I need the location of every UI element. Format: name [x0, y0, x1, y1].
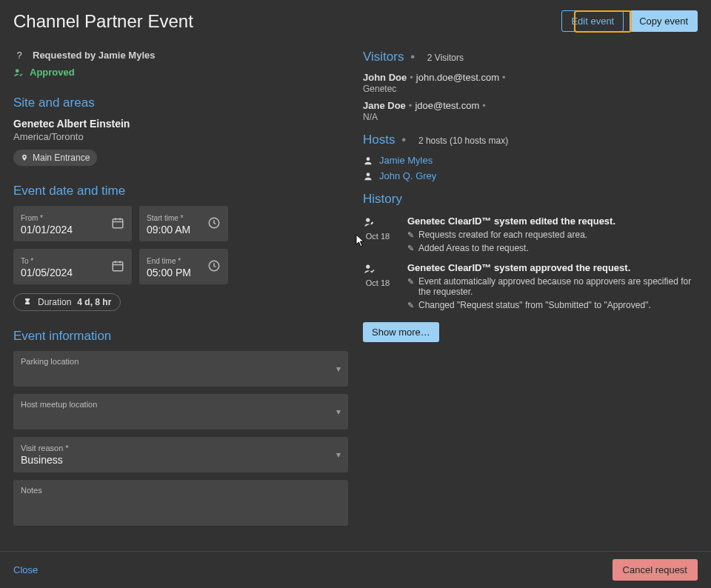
history-title: Genetec ClearID™ system edited the reque…: [407, 216, 698, 227]
edit-event-button[interactable]: Edit event: [561, 10, 624, 32]
history-item: Oct 18 Genetec ClearID™ system edited th…: [363, 216, 698, 253]
svg-point-0: [16, 69, 19, 73]
hourglass-icon: [23, 297, 32, 307]
visitor-row: Jane Doe•jdoe@test.com• N/A: [363, 100, 698, 122]
notes-textarea[interactable]: Notes: [13, 480, 348, 526]
from-value: 01/01/2024: [21, 224, 73, 235]
start-time-field[interactable]: Start time * 09:00 AM: [139, 206, 228, 241]
chevron-down-icon: ▾: [336, 450, 341, 460]
host-meetup-label: Host meetup location: [21, 400, 97, 409]
visitors-heading: Visitors • 2 Visitors: [363, 50, 698, 64]
duration-value: 4 d, 8 hr: [77, 297, 111, 307]
site-name: Genetec Albert Einstein: [13, 118, 348, 130]
parking-location-select[interactable]: Parking location ▾: [13, 351, 348, 387]
visit-reason-label: Visit reason *: [21, 444, 69, 452]
user-approve-icon: [363, 262, 393, 275]
svg-rect-1: [113, 219, 123, 228]
area-chip: Main Entrance: [13, 150, 97, 166]
visitor-row: John Doe•john.doe@test.com• Genetec: [363, 72, 698, 94]
host-meetup-select[interactable]: Host meetup location ▾: [13, 394, 348, 430]
history-date: Oct 18: [366, 232, 390, 241]
copy-event-button[interactable]: Copy event: [630, 10, 698, 32]
location-pin-icon: [21, 153, 28, 162]
chevron-down-icon: ▾: [336, 364, 341, 374]
visit-reason-select[interactable]: Visit reason * Business ▾: [13, 437, 348, 472]
svg-point-12: [367, 173, 370, 176]
datetime-heading: Event date and time: [13, 184, 348, 198]
to-label: To *: [21, 257, 73, 265]
host-row: John Q. Grey: [363, 170, 698, 181]
hosts-heading: Hosts • 2 hosts (10 hosts max): [363, 133, 698, 147]
duration-label: Duration: [38, 297, 71, 307]
show-more-button[interactable]: Show more…: [363, 322, 439, 342]
end-value: 05:00 PM: [147, 267, 191, 278]
user-icon: [363, 171, 373, 181]
host-link[interactable]: Jamie Myles: [379, 155, 433, 166]
site-timezone: America/Toronto: [13, 131, 348, 142]
pencil-icon: ✎: [407, 244, 414, 253]
pencil-icon: ✎: [407, 301, 414, 310]
from-label: From *: [21, 214, 73, 222]
from-date-field[interactable]: From * 01/01/2024: [13, 206, 132, 241]
history-date: Oct 18: [366, 278, 390, 287]
history-item: Oct 18 Genetec ClearID™ system approved …: [363, 262, 698, 310]
question-icon: ?: [13, 50, 25, 61]
calendar-icon: [111, 259, 124, 273]
clock-icon: [207, 259, 221, 273]
event-info-heading: Event information: [13, 329, 348, 344]
site-heading: Site and areas: [13, 96, 348, 110]
start-value: 09:00 AM: [147, 224, 190, 235]
visit-reason-value: Business: [21, 454, 69, 466]
user-edit-icon: [363, 216, 393, 229]
history-title: Genetec ClearID™ system approved the req…: [407, 262, 698, 273]
user-icon: [363, 156, 373, 166]
svg-point-13: [366, 218, 370, 221]
calendar-icon: [111, 216, 124, 230]
area-chip-label: Main Entrance: [33, 153, 90, 163]
svg-rect-6: [113, 262, 123, 271]
end-time-field[interactable]: End time * 05:00 PM: [139, 249, 228, 284]
close-button[interactable]: Close: [13, 564, 38, 575]
status-badge: Approved: [30, 67, 75, 78]
hosts-count: 2 hosts (10 hosts max): [418, 136, 508, 146]
pencil-icon: ✎: [407, 230, 414, 240]
visitors-count: 2 Visitors: [427, 53, 464, 63]
history-heading: History: [363, 192, 698, 207]
cancel-request-button[interactable]: Cancel request: [612, 559, 698, 581]
clock-icon: [207, 216, 221, 230]
duration-chip: Duration 4 d, 8 hr: [13, 293, 121, 311]
end-label: End time *: [147, 257, 191, 265]
requested-by-label: Requested by Jamie Myles: [33, 50, 155, 61]
chevron-down-icon: ▾: [336, 407, 341, 417]
svg-point-11: [367, 157, 370, 161]
start-label: Start time *: [147, 214, 190, 222]
svg-point-14: [366, 264, 370, 268]
approved-user-icon: [13, 67, 24, 78]
notes-label: Notes: [21, 486, 42, 495]
to-value: 01/05/2024: [21, 267, 73, 278]
host-row: Jamie Myles: [363, 155, 698, 166]
to-date-field[interactable]: To * 01/05/2024: [13, 249, 132, 284]
page-title: Channel Partner Event: [13, 11, 193, 32]
host-link[interactable]: John Q. Grey: [379, 170, 436, 181]
parking-label: Parking location: [21, 357, 79, 366]
pencil-icon: ✎: [407, 277, 414, 287]
